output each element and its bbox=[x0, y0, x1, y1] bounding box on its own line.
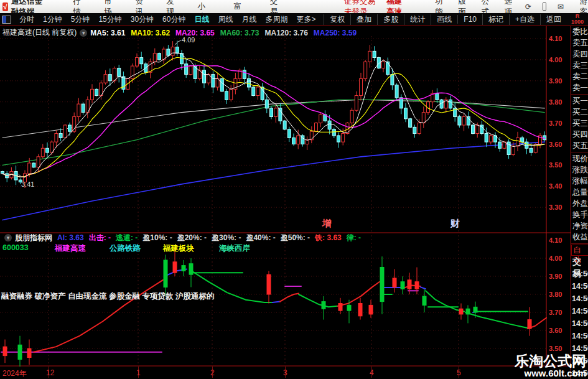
x-axis: 2024年 1212345 bbox=[0, 367, 571, 379]
btn-add-watchlist[interactable]: +自选 bbox=[509, 14, 540, 25]
sidebar-row-2: 卖四 bbox=[571, 49, 588, 60]
btn-f10[interactable]: F10 bbox=[457, 15, 482, 24]
tick-time-4: 14:56 bbox=[571, 317, 588, 330]
collapse-icon[interactable]: ▾ bbox=[4, 234, 12, 241]
mail-icon[interactable]: ✉ bbox=[558, 2, 564, 11]
layout-icon[interactable] bbox=[2, 16, 11, 24]
sidebar-row-9: 买四 bbox=[571, 129, 588, 140]
toolbar-right: 复权 叠加 多股 统计 画线 F10 标记 +自选 返回 R1000 bbox=[324, 14, 588, 25]
svg-text:3.80: 3.80 bbox=[549, 98, 562, 106]
indicator-header: ▾ 股朋指标网AI: 3.63出击: -逃遁: -盈10%: -盈20%: -盈… bbox=[1, 233, 366, 242]
refresh-icon[interactable]: ⟳ bbox=[525, 2, 531, 11]
btn-mark[interactable]: 标记 bbox=[482, 14, 509, 25]
corner-restore-flag: R1000 bbox=[567, 14, 588, 25]
svg-text:3.50: 3.50 bbox=[549, 345, 562, 352]
watermark-zeng: 增 bbox=[322, 218, 332, 230]
indicator-segment-3: 逃遁: - bbox=[116, 233, 138, 242]
svg-text:3.80: 3.80 bbox=[549, 291, 562, 298]
site-watermark-url: www.60lt.com bbox=[515, 368, 586, 378]
period-more[interactable]: 更多> bbox=[292, 14, 320, 25]
sector-item-3[interactable]: 福建板块 bbox=[163, 243, 194, 254]
svg-text:3.30: 3.30 bbox=[549, 204, 562, 211]
sidebar-row-4: 卖二 bbox=[571, 71, 588, 82]
order-book-sidebar: 委比卖五卖四卖三卖二卖一买一买二买三买四买五现价涨跌涨幅总量外盘换手净资收益自动… bbox=[571, 26, 588, 379]
chevron-down-icon[interactable]: ▾ bbox=[80, 29, 87, 37]
svg-text:3.90: 3.90 bbox=[549, 77, 562, 85]
sidebar-row-6: 买一 bbox=[571, 95, 588, 106]
sidebar-row-3: 卖三 bbox=[571, 60, 588, 71]
x-axis-month-3: 3 bbox=[283, 368, 287, 377]
site-watermark-name: 乐淘公式网 bbox=[515, 353, 586, 368]
period-5min[interactable]: 5分钟 bbox=[67, 14, 95, 25]
watermark-cai: 财 bbox=[450, 218, 460, 230]
sidebar-row-18: 收益 bbox=[571, 232, 588, 243]
sidebar-row-10: 买五 bbox=[571, 140, 588, 151]
site-watermark: 乐淘公式网 www.60lt.com bbox=[515, 353, 586, 378]
period-multi[interactable]: 多周期 bbox=[261, 14, 292, 25]
indicator-segment-7: 盈40%: - bbox=[246, 233, 275, 242]
ma5-label: MA5: 3.61 bbox=[90, 29, 125, 37]
mobile-icon[interactable] bbox=[543, 2, 546, 11]
tick-time-5: 14:56 bbox=[571, 330, 588, 342]
btn-stats[interactable]: 统计 bbox=[404, 14, 431, 25]
btn-overlay[interactable]: 叠加 bbox=[350, 14, 377, 25]
ma10-label: MA10: 3.62 bbox=[131, 29, 170, 37]
indicator-segment-2: 出击: - bbox=[89, 233, 111, 242]
x-axis-year: 2024年 bbox=[2, 368, 27, 379]
sector-row: 600033福建高速公路铁路福建板块海峡西岸 bbox=[0, 243, 548, 252]
period-toolbar: 分时 1分钟 5分钟 15分钟 30分钟 60分钟 日线 周线 月线 多周期 更… bbox=[0, 13, 588, 26]
btn-fuquan[interactable]: 复权 bbox=[324, 14, 350, 25]
sidebar-row-17: 净资 bbox=[571, 220, 588, 232]
menubar: √ 通达信金融终端 行情 市场 资讯 发现 问小达 财富圈 交易 证券交易未登录… bbox=[0, 0, 588, 14]
svg-text:3.50: 3.50 bbox=[549, 161, 562, 169]
period-15min[interactable]: 15分钟 bbox=[94, 14, 126, 25]
sector-item-4[interactable]: 海峡西岸 bbox=[219, 243, 250, 254]
sidebar-row-7: 买二 bbox=[571, 106, 588, 118]
indicator-segment-8: 盈50%: - bbox=[281, 233, 310, 242]
indicator-segment-10: 律: - bbox=[347, 233, 361, 242]
tab-trade[interactable]: 交易 bbox=[571, 256, 588, 268]
btn-multi-stock[interactable]: 多股 bbox=[377, 14, 404, 25]
kline-chart-canvas[interactable]: 4.104.003.903.803.703.603.503.403.304.10… bbox=[0, 26, 571, 367]
low-annotation: 3.41 bbox=[21, 180, 34, 188]
period-weekly[interactable]: 周线 bbox=[213, 14, 237, 25]
sector-item-1[interactable]: 福建高速 bbox=[55, 243, 86, 254]
svg-text:4.10: 4.10 bbox=[549, 35, 562, 42]
sidebar-row-5: 卖一 bbox=[571, 82, 588, 93]
period-fenshi[interactable]: 分时 bbox=[15, 14, 39, 25]
svg-text:4.00: 4.00 bbox=[549, 255, 562, 262]
tick-time-0: 14:56 bbox=[571, 268, 588, 280]
sidebar-row-8: 买三 bbox=[571, 118, 588, 129]
sidebar-row-15: 外盘 bbox=[571, 198, 588, 209]
tdx-logo-icon: √ bbox=[2, 2, 8, 11]
sidebar-divider bbox=[571, 152, 588, 152]
x-axis-month-1: 1 bbox=[136, 368, 141, 377]
btn-draw-line[interactable]: 画线 bbox=[431, 14, 457, 25]
svg-text:3.70: 3.70 bbox=[549, 119, 562, 127]
sidebar-row-13: 涨幅 bbox=[571, 175, 588, 187]
sidebar-row-16: 换手 bbox=[571, 209, 588, 220]
x-axis-month-5: 5 bbox=[457, 368, 461, 377]
period-daily-active[interactable]: 日线 bbox=[190, 14, 213, 25]
tdx-terminal-window: { "menubar":{ "logo_glyph":"√", "app_tit… bbox=[0, 0, 588, 379]
indicator-segment-9: 铁: 3.63 bbox=[315, 233, 342, 242]
period-monthly[interactable]: 月线 bbox=[237, 14, 261, 25]
btn-back[interactable]: 返回 bbox=[540, 14, 567, 25]
sidebar-row-12: 涨跌 bbox=[571, 164, 588, 175]
tab-auto[interactable]: 自动 bbox=[571, 245, 588, 256]
ma60-label: MA60: 3.73 bbox=[220, 29, 259, 37]
sidebar-divider bbox=[571, 94, 588, 95]
period-30min[interactable]: 30分钟 bbox=[126, 14, 158, 25]
sector-item-0[interactable]: 600033 bbox=[2, 243, 29, 252]
sector-item-2[interactable]: 公路铁路 bbox=[110, 243, 141, 254]
sidebar-divider bbox=[571, 243, 588, 244]
period-1min[interactable]: 1分钟 bbox=[39, 14, 67, 25]
period-60min[interactable]: 60分钟 bbox=[158, 14, 190, 25]
svg-text:3.40: 3.40 bbox=[549, 182, 562, 190]
sidebar-row-1: 卖五 bbox=[571, 37, 588, 49]
x-axis-month-2: 2 bbox=[210, 368, 215, 377]
sidebar-row-11: 现价 bbox=[571, 153, 588, 164]
chart-title[interactable]: 福建高速(日线 前复权) bbox=[2, 27, 77, 38]
tick-time-2: 14:56 bbox=[571, 292, 588, 305]
indicator-values: 股朋指标网AI: 3.63出击: -逃遁: -盈10%: -盈20%: -盈30… bbox=[15, 233, 366, 243]
